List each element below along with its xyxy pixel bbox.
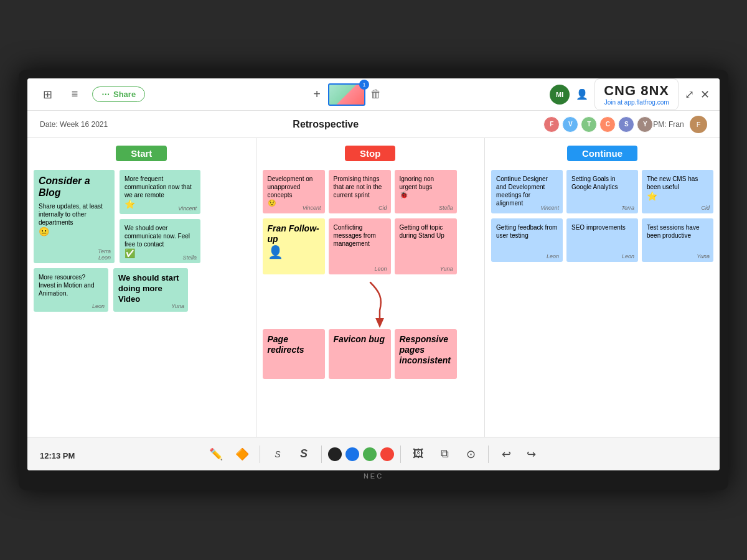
add-slide-button[interactable]: +	[313, 87, 321, 101]
color-red[interactable]	[380, 447, 394, 461]
arrow-drawing	[263, 279, 479, 329]
color-blue[interactable]	[345, 447, 359, 461]
note-text: The new CMS has been useful	[647, 175, 708, 191]
expand-button[interactable]: ⤢	[685, 88, 694, 101]
note-author-yuna: Yuna	[440, 266, 453, 272]
note-text: More frequent communication now that we …	[125, 175, 195, 199]
note-text: Test sessions have been productive	[647, 223, 708, 240]
note-author-vincent: Vincent	[303, 205, 321, 211]
stroke-thin-button[interactable]: S	[266, 443, 289, 465]
note-author-terra: Terra	[98, 248, 111, 254]
note-title: Fran Follow-up	[268, 223, 320, 245]
note-text: Getting feedback from user testing	[496, 223, 558, 240]
note-title: Consider a Blog	[39, 175, 110, 198]
stop-bottom-notes: Page redirects Favicon bug Responsive pa…	[263, 329, 479, 379]
image-insert-button[interactable]: 🖼	[407, 443, 430, 465]
toolbar-center: + 1 🗑	[313, 83, 382, 106]
board-header: Date: Week 16 2021 Retrospective F V T C…	[27, 111, 720, 138]
color-black[interactable]	[328, 447, 342, 461]
slide-thumbnail[interactable]: 1	[328, 83, 365, 106]
note-author-cid: Cid	[378, 205, 387, 211]
note-text: Setting Goals in Google Analytics	[571, 175, 633, 191]
note-author-leon: Leon	[622, 253, 634, 259]
note-author-leon: Leon	[92, 303, 105, 309]
share-label: Share	[113, 90, 136, 99]
stroke-thick-button[interactable]: S	[293, 443, 315, 465]
sidebar-toggle-button[interactable]: ⊞	[37, 85, 57, 105]
svg-marker-0	[375, 318, 384, 328]
start-col-header: Start	[34, 146, 250, 161]
note-over-communicate: We should over communicate now. Feel fre…	[120, 219, 200, 263]
note-text: Share updates, at least internally to ot…	[39, 202, 110, 226]
start-column: Start Consider a Blog Share updates, at …	[27, 138, 256, 437]
board-title: Retrospective	[108, 119, 543, 130]
continue-column: Continue Continue Designer and Developme…	[485, 138, 720, 437]
redo-button[interactable]: ↪	[520, 443, 542, 465]
avatar-6: Y	[637, 116, 653, 133]
eraser-tool-button[interactable]: 🔶	[231, 443, 253, 465]
note-text: Getting off topic during Stand Up	[400, 223, 452, 240]
pm-label: PM: Fran F	[653, 116, 707, 133]
duplicate-button[interactable]: ⧉	[433, 443, 456, 465]
avatar-5: S	[618, 116, 634, 133]
note-author-yuna: Yuna	[697, 253, 710, 259]
avatar-2: V	[562, 116, 578, 133]
note-favicon-bug: Favicon bug	[329, 329, 391, 379]
more-options-button[interactable]: ⊙	[459, 443, 482, 465]
note-author-cid: Cid	[701, 205, 710, 211]
note-author-vincent: Vincent	[540, 205, 559, 211]
toolbar-separator-3	[400, 446, 401, 463]
stop-mid-notes: Fran Follow-up 👤 Conflicting messages fr…	[263, 218, 479, 274]
board-date: Date: Week 16 2021	[40, 120, 108, 129]
note-text: Continue Designer and Development meetin…	[496, 175, 558, 207]
start-label: Start	[116, 146, 167, 161]
note-text: Conflicting messages from management	[334, 223, 386, 248]
note-author-stella: Stella	[439, 205, 453, 211]
continue-label: Continue	[567, 146, 637, 161]
top-bar: ⊞ ≡ ⋯ Share + 1 🗑 MI 👤 CNG 8NX	[27, 78, 720, 111]
note-cms: The new CMS has been useful ⭐ Cid	[642, 170, 713, 213]
note-offtopic: Getting off topic during Stand Up Yuna	[395, 218, 457, 274]
note-title: Favicon bug	[334, 334, 386, 345]
share-button[interactable]: ⋯ Share	[92, 86, 145, 102]
start-row-1: Consider a Blog Share updates, at least …	[34, 170, 250, 263]
note-text: More resources? Invest in Motion and Ani…	[39, 273, 103, 297]
toolbar-right: MI 👤 CNG 8NX Join at app.flatfrog.com ⤢ …	[550, 78, 710, 110]
note-conflicting-messages: Conflicting messages from management Leo…	[329, 218, 391, 274]
undo-button[interactable]: ↩	[495, 443, 517, 465]
note-text: Ignoring non urgent bugs	[400, 175, 452, 191]
share-icon: ⋯	[101, 90, 110, 99]
brand-label: NEC	[27, 470, 720, 482]
screen: ⊞ ≡ ⋯ Share + 1 🗑 MI 👤 CNG 8NX	[27, 78, 720, 470]
stop-top-notes: Development on unapproved concepts 😟 Vin…	[263, 170, 479, 213]
pen-tool-button[interactable]: ✏️	[205, 443, 227, 465]
close-button[interactable]: ✕	[700, 88, 710, 101]
slide-badge: 1	[359, 80, 369, 90]
stop-label: Stop	[345, 146, 395, 161]
note-ignoring-bugs: Ignoring non urgent bugs 🐞 Stella	[395, 170, 457, 213]
avatar-4: C	[599, 116, 616, 133]
toolbar-separator-1	[260, 446, 260, 463]
note-google-analytics: Setting Goals in Google Analytics Terra	[566, 170, 638, 213]
color-green[interactable]	[363, 447, 377, 461]
menu-button[interactable]: ≡	[65, 85, 85, 105]
board-content: Start Consider a Blog Share updates, at …	[27, 138, 720, 437]
toolbar-separator-4	[488, 446, 489, 463]
note-author-vincent: Vincent	[178, 205, 197, 212]
note-title: Responsive pages inconsistent	[400, 334, 452, 365]
bottom-toolbar: 12:13 PM ✏️ 🔶 S S 🖼 ⧉ ⊙ ↩ ↪	[27, 437, 720, 470]
note-text: SEO improvements	[571, 223, 633, 231]
note-text: Development on unapproved concepts	[268, 175, 320, 199]
note-designer-meetings: Continue Designer and Development meetin…	[491, 170, 563, 213]
note-test-sessions: Test sessions have been productive Yuna	[642, 218, 713, 262]
note-consider-blog: Consider a Blog Share updates, at least …	[34, 170, 115, 263]
delete-slide-button[interactable]: 🗑	[370, 88, 382, 101]
avatar-3: T	[581, 116, 597, 133]
pm-avatar: F	[690, 116, 707, 133]
stop-col-header: Stop	[263, 146, 479, 161]
avatar-1: F	[543, 116, 560, 133]
note-author-leon: Leon	[374, 266, 387, 272]
time-display: 12:13 PM	[40, 451, 75, 460]
toolbar-separator-2	[321, 446, 322, 463]
user-icon: 👤	[576, 88, 588, 100]
